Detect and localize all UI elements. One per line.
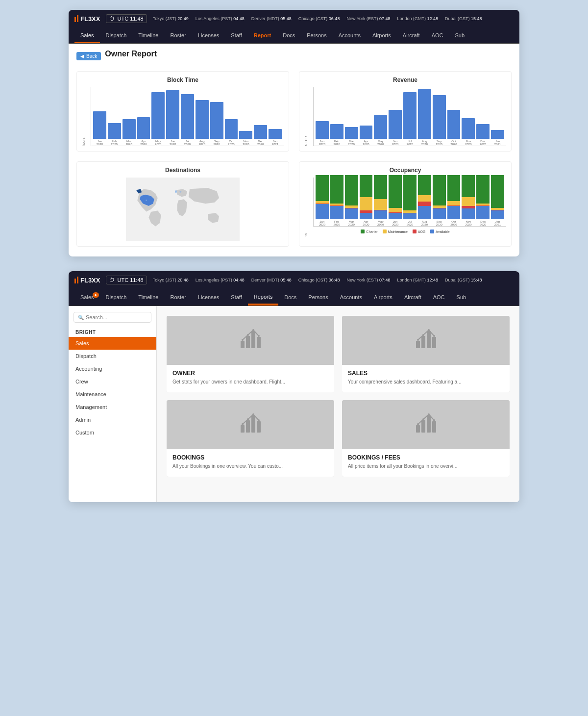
nav-sub-1[interactable]: Sub bbox=[449, 27, 470, 43]
sidebar-item-dispatch[interactable]: Dispatch bbox=[69, 350, 156, 362]
report-card-sales-desc: Your comprehensive sales dashboard. Feat… bbox=[348, 379, 504, 385]
seg-available bbox=[389, 213, 402, 219]
tz-denver-2: Denver (MDT) 05:48 bbox=[251, 278, 292, 282]
top-bar-2: FL3XX ⏱ UTC 11:48 Tokyo (JST) 20:48 Los … bbox=[69, 271, 519, 289]
sidebar-item-sales[interactable]: Sales bbox=[69, 337, 156, 350]
nav-bar-2: Sales ● Dispatch Timeline Roster License… bbox=[69, 289, 519, 306]
stacked-bar-group: Jan 2020 bbox=[316, 178, 329, 226]
nav-reports-2[interactable]: Reports bbox=[248, 289, 279, 306]
bar-group: Dec 2020 bbox=[476, 87, 490, 146]
seg-charter bbox=[316, 175, 329, 201]
nav-dispatch-1[interactable]: Dispatch bbox=[100, 27, 133, 43]
nav-sales-2[interactable]: Sales ● bbox=[74, 289, 100, 305]
nav-licenses-1[interactable]: Licenses bbox=[192, 27, 225, 43]
sales-badge: ● bbox=[93, 292, 99, 298]
report-card-sales[interactable]: SALES Your comprehensive sales dashboard… bbox=[342, 316, 510, 392]
nav-report-1[interactable]: Report bbox=[248, 27, 277, 43]
svg-point-16 bbox=[422, 334, 424, 336]
block-time-section: Block Time hours Jan 2020Feb 2020Mar 202… bbox=[76, 71, 289, 152]
clock-time-1: UTC 11:48 bbox=[117, 16, 143, 22]
nav-accounts-1[interactable]: Accounts bbox=[333, 27, 367, 43]
bar-group: Jan 2020 bbox=[93, 87, 106, 146]
nav-dispatch-2[interactable]: Dispatch bbox=[100, 289, 133, 305]
world-map bbox=[82, 178, 284, 241]
revenue-chart: Jan 2020Feb 2020Mar 2020Apr 2020May 2020… bbox=[313, 87, 506, 146]
revenue-section: Revenue € EUR Jan 2020Feb 2020Mar 2020Ap… bbox=[299, 71, 512, 152]
sidebar-item-crew[interactable]: Crew bbox=[69, 375, 156, 388]
bar-group: Apr 2020 bbox=[137, 87, 150, 146]
nav-accounts-2[interactable]: Accounts bbox=[334, 289, 368, 305]
seg-charter bbox=[374, 175, 387, 199]
sidebar-item-admin[interactable]: Admin bbox=[69, 413, 156, 426]
bar-label: Dec 2020 bbox=[480, 140, 486, 146]
nav-aoc-2[interactable]: AOC bbox=[427, 289, 451, 305]
tz-chicago-2: Chicago (CST) 06:48 bbox=[298, 278, 340, 282]
nav-sub-2[interactable]: Sub bbox=[451, 289, 472, 305]
seg-charter bbox=[476, 175, 490, 204]
nav-staff-1[interactable]: Staff bbox=[225, 27, 247, 43]
nav-docs-1[interactable]: Docs bbox=[277, 27, 301, 43]
nav-timeline-2[interactable]: Timeline bbox=[132, 289, 164, 305]
bar-label: Jun 2020 bbox=[170, 140, 176, 146]
search-input[interactable] bbox=[86, 314, 147, 320]
seg-available bbox=[462, 208, 475, 220]
nav-roster-2[interactable]: Roster bbox=[165, 289, 192, 305]
stacked-bar-group: Jul 2020 bbox=[403, 178, 416, 226]
nav-persons-1[interactable]: Persons bbox=[301, 27, 332, 43]
report-card-bookings[interactable]: BOOKINGS All your Bookings in one overvi… bbox=[167, 400, 334, 477]
report-card-bookings-fees[interactable]: BOOKINGS / FEES All price items for all … bbox=[342, 400, 510, 477]
nav-aircraft-2[interactable]: Aircraft bbox=[398, 289, 427, 305]
svg-point-33 bbox=[428, 413, 430, 415]
nav-aoc-1[interactable]: AOC bbox=[426, 27, 449, 43]
sidebar-item-maintenance[interactable]: Maintenance bbox=[69, 388, 156, 401]
nav-docs-2[interactable]: Docs bbox=[278, 289, 302, 305]
sidebar-item-custom[interactable]: Custom bbox=[69, 426, 156, 439]
svg-point-10 bbox=[258, 335, 260, 337]
legend-dot-aog bbox=[413, 230, 416, 233]
stacked-bar-group: Aug 2020 bbox=[418, 178, 431, 226]
legend-maintenance: Maintenance bbox=[383, 230, 408, 233]
bar-label: Jun 2020 bbox=[392, 140, 398, 146]
bar bbox=[360, 126, 373, 139]
nav-roster-1[interactable]: Roster bbox=[165, 27, 192, 43]
stacked-bar bbox=[418, 175, 431, 219]
nav-airports-2[interactable]: Airports bbox=[368, 289, 398, 305]
seg-charter bbox=[360, 175, 373, 197]
seg-aog bbox=[418, 202, 431, 206]
nav-persons-2[interactable]: Persons bbox=[302, 289, 334, 305]
back-button[interactable]: ◀ Back bbox=[76, 52, 101, 60]
bar bbox=[433, 95, 446, 139]
nav-sales-1[interactable]: Sales bbox=[74, 27, 100, 43]
nav-timeline-1[interactable]: Timeline bbox=[132, 27, 164, 43]
report-owner-chart-icon bbox=[238, 326, 263, 355]
bar-label: Dec 2020 bbox=[257, 140, 264, 146]
sidebar-item-accounting[interactable]: Accounting bbox=[69, 362, 156, 375]
svg-rect-6 bbox=[257, 337, 261, 348]
bar-label: Apr 2020 bbox=[363, 220, 369, 226]
svg-rect-28 bbox=[421, 420, 425, 433]
bar-label: Jan 2021 bbox=[272, 140, 278, 146]
bar-label: Aug 2020 bbox=[421, 140, 428, 146]
occupancy-section: Occupancy % Jan 2020Feb 2020Mar 2020Apr … bbox=[299, 161, 512, 247]
nav-airports-1[interactable]: Airports bbox=[367, 27, 397, 43]
search-box[interactable]: 🔍 bbox=[74, 312, 151, 323]
report-card-sales-body: SALES Your comprehensive sales dashboard… bbox=[342, 365, 510, 392]
stacked-bar-group: Oct 2020 bbox=[447, 178, 461, 226]
sidebar-group-title: BRIGHT bbox=[69, 328, 156, 337]
bar-label: Jul 2020 bbox=[407, 220, 413, 226]
bar bbox=[462, 118, 475, 139]
report-sales-chart-icon bbox=[414, 326, 438, 355]
sidebar-item-management[interactable]: Management bbox=[69, 401, 156, 413]
nav-licenses-2[interactable]: Licenses bbox=[192, 289, 225, 305]
report-card-owner-desc: Get stats for your owners in one dashboa… bbox=[172, 379, 328, 385]
svg-point-34 bbox=[433, 419, 435, 421]
bar bbox=[181, 94, 194, 139]
report-bookings-fees-chart-icon bbox=[414, 410, 438, 439]
bar bbox=[491, 130, 504, 139]
nav-aircraft-1[interactable]: Aircraft bbox=[397, 27, 426, 43]
svg-point-2 bbox=[146, 200, 147, 201]
svg-rect-20 bbox=[246, 420, 250, 433]
nav-staff-2[interactable]: Staff bbox=[225, 289, 247, 305]
bar-label: Nov 2020 bbox=[465, 140, 471, 146]
report-card-owner[interactable]: OWNER Get stats for your owners in one d… bbox=[167, 316, 334, 392]
